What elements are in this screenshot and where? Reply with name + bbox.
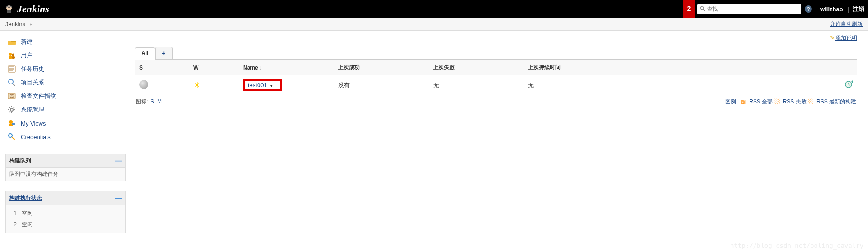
pipe-separator: | — [848, 6, 849, 13]
history-icon — [7, 65, 16, 74]
tab-all[interactable]: All — [135, 47, 155, 60]
add-description-link[interactable]: 添加说明 — [835, 35, 857, 41]
jenkins-logo-icon — [4, 4, 14, 14]
search-rel-icon — [7, 78, 16, 87]
brand-text: Jenkins — [17, 3, 49, 15]
svg-line-26 — [9, 112, 10, 112]
sidebar: 新建 用户 任务历史 项目关系 检查文件指纹 系统管理 My Views Cr — [0, 31, 131, 238]
sidebar-item-people[interactable]: 用户 — [5, 49, 126, 62]
icon-size-s[interactable]: S — [151, 98, 154, 105]
sidebar-label: 任务历史 — [21, 65, 44, 73]
jobs-table: S W Name ↓ 上次成功 上次失败 上次持续时间 ☀ test001 — [135, 60, 857, 95]
sidebar-item-history[interactable]: 任务历史 — [5, 62, 126, 76]
rss-icon: ▧ — [741, 98, 746, 105]
logo-area[interactable]: Jenkins — [4, 3, 49, 15]
tab-add[interactable]: + — [155, 47, 172, 59]
svg-point-7 — [9, 53, 12, 56]
collapse-icon[interactable]: — — [115, 195, 122, 202]
auto-refresh-link[interactable]: 允许自动刷新 — [830, 21, 863, 27]
svg-point-28 — [9, 120, 13, 124]
chevron-down-icon[interactable]: ▼ — [269, 84, 273, 88]
svg-line-27 — [14, 107, 14, 108]
sidebar-label: 系统管理 — [21, 106, 44, 114]
people-icon — [7, 51, 16, 60]
sidebar-label: Credentials — [21, 134, 51, 140]
svg-point-2 — [8, 7, 9, 8]
sidebar-item-fingerprint[interactable]: 检查文件指纹 — [5, 89, 126, 103]
executor-state: 空闲 — [22, 221, 33, 228]
col-last-duration[interactable]: 上次持续时间 — [524, 60, 835, 75]
job-name-link[interactable]: test001 — [248, 82, 267, 89]
view-tabs: All + — [135, 47, 857, 60]
rss-latest-link[interactable]: RSS 最新的构建 — [816, 98, 856, 105]
cell-last-success: 没有 — [334, 75, 429, 95]
credentials-icon — [7, 132, 16, 141]
highlight-box: test001 ▼ — [243, 79, 282, 91]
svg-rect-30 — [12, 123, 15, 125]
collapse-icon[interactable]: — — [115, 157, 122, 164]
executors-title[interactable]: 构建执行状态 — [9, 194, 42, 202]
breadcrumb-arrow-icon: ▸ — [30, 22, 32, 27]
col-weather[interactable]: W — [189, 60, 239, 75]
col-last-failure[interactable]: 上次失败 — [429, 60, 524, 75]
executor-row: 1 空闲 — [9, 208, 122, 219]
svg-point-16 — [9, 79, 13, 84]
sidebar-label: 项目关系 — [21, 79, 44, 87]
sidebar-item-relationship[interactable]: 项目关系 — [5, 76, 126, 89]
icon-size-l: L — [164, 98, 167, 105]
col-status[interactable]: S — [135, 60, 189, 75]
svg-point-3 — [9, 7, 10, 8]
rss-icon: ▧ — [808, 98, 813, 105]
sidebar-item-manage[interactable]: 系统管理 — [5, 103, 126, 117]
svg-point-8 — [12, 54, 14, 56]
col-last-success[interactable]: 上次成功 — [334, 60, 429, 75]
svg-point-4 — [700, 6, 704, 10]
executor-num: 1 — [9, 210, 17, 216]
rss-row: 图例 ▧RSS 全部 ▧RSS 失败 ▧RSS 最新的构建 — [168, 95, 857, 108]
sidebar-item-credentials[interactable]: Credentials — [5, 130, 126, 144]
svg-rect-29 — [9, 124, 13, 126]
top-header: Jenkins 2 ? willzhao | 注销 — [0, 0, 868, 18]
icon-size-row: 图标: S M L — [135, 95, 168, 108]
sidebar-item-new[interactable]: 新建 — [5, 35, 126, 49]
build-queue-title: 构建队列 — [9, 157, 31, 164]
main-panel: ✎添加说明 All + S W Name ↓ 上次成功 上次失败 上次持续时间 — [131, 31, 868, 238]
rss-icon: ▧ — [774, 98, 780, 105]
executors-pane: 构建执行状态 — 1 空闲 2 空闲 — [5, 191, 126, 233]
svg-rect-10 — [12, 56, 15, 59]
new-item-icon — [7, 37, 16, 47]
svg-rect-1 — [7, 10, 11, 13]
svg-line-33 — [14, 138, 14, 139]
icon-size-label: 图标: — [136, 98, 148, 105]
notification-badge[interactable]: 2 — [683, 0, 695, 18]
executor-row: 2 空闲 — [9, 219, 122, 230]
status-ball-icon — [139, 80, 148, 89]
breadcrumb-bar: Jenkins ▸ 允许自动刷新 — [0, 18, 868, 31]
logout-link[interactable]: 注销 — [853, 5, 864, 13]
cell-last-failure: 无 — [429, 75, 524, 95]
legend-link[interactable]: 图例 — [725, 98, 736, 105]
search-box[interactable] — [697, 4, 801, 14]
executor-state: 空闲 — [22, 210, 33, 216]
table-row: ☀ test001 ▼ 没有 无 无 — [135, 75, 857, 95]
weather-sun-icon: ☀ — [193, 81, 201, 90]
col-name[interactable]: Name ↓ — [239, 60, 334, 75]
rss-fail-link[interactable]: RSS 失败 — [783, 98, 807, 105]
svg-line-5 — [703, 9, 705, 11]
svg-point-31 — [9, 134, 12, 137]
edit-icon: ✎ — [830, 35, 835, 41]
gear-icon — [7, 105, 16, 114]
sidebar-label: My Views — [21, 120, 46, 127]
svg-line-25 — [14, 112, 14, 112]
myviews-icon — [7, 119, 16, 128]
search-input[interactable] — [707, 6, 798, 12]
breadcrumb-root[interactable]: Jenkins — [5, 21, 25, 28]
svg-line-17 — [13, 84, 15, 86]
sidebar-item-myviews[interactable]: My Views — [5, 117, 126, 130]
help-icon[interactable]: ? — [805, 5, 812, 13]
rss-all-link[interactable]: RSS 全部 — [749, 98, 773, 105]
schedule-build-icon[interactable] — [844, 80, 853, 90]
build-queue-pane: 构建队列 — 队列中没有构建任务 — [5, 154, 126, 181]
icon-size-m[interactable]: M — [157, 98, 162, 105]
user-link[interactable]: willzhao — [820, 6, 843, 13]
